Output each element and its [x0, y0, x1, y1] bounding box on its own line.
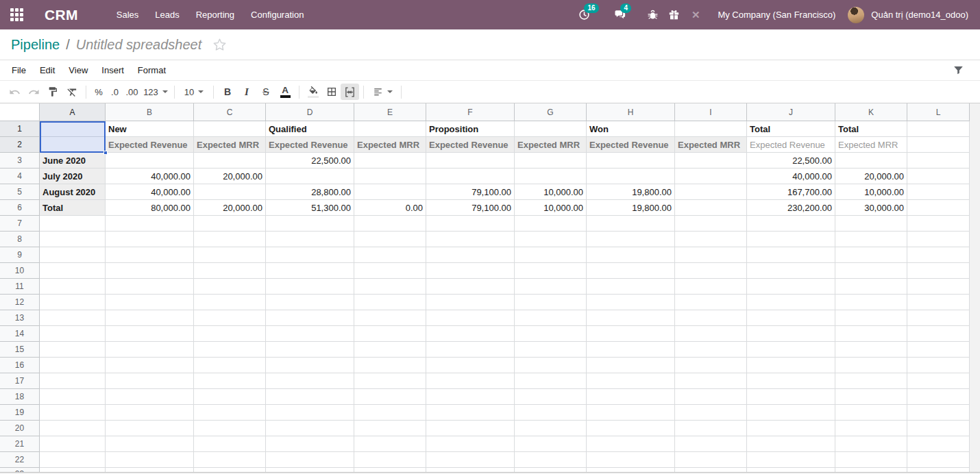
- cell-A7[interactable]: [40, 216, 106, 232]
- cell-A22[interactable]: [40, 452, 106, 468]
- cell-G20[interactable]: [515, 421, 587, 436]
- cell-K12[interactable]: [835, 295, 907, 310]
- text-color-button[interactable]: A: [275, 84, 295, 100]
- favorite-star-icon[interactable]: [212, 37, 228, 53]
- cell-J15[interactable]: [747, 342, 835, 358]
- borders-button[interactable]: [322, 84, 341, 100]
- cell-G21[interactable]: [515, 436, 587, 452]
- cell-I2[interactable]: Expected MRR: [675, 137, 747, 153]
- row-header-6[interactable]: 6: [0, 200, 40, 216]
- cell-B20[interactable]: [106, 421, 194, 436]
- cell-H9[interactable]: [587, 247, 675, 263]
- gift-icon[interactable]: [667, 8, 681, 22]
- row-header-18[interactable]: 18: [0, 389, 40, 405]
- row-header-15[interactable]: 15: [0, 342, 40, 358]
- cell-C5[interactable]: [194, 184, 266, 200]
- messages-icon[interactable]: 4: [613, 8, 627, 22]
- cell-A10[interactable]: [40, 263, 106, 279]
- cell-J3[interactable]: 22,500.00: [747, 153, 835, 169]
- cell-J19[interactable]: [747, 405, 835, 421]
- cell-B21[interactable]: [106, 436, 194, 452]
- cell-F18[interactable]: [426, 389, 515, 405]
- user-menu[interactable]: Quản trị (demo14_odoo): [871, 10, 968, 20]
- cell-K2[interactable]: Expected MRR: [835, 137, 907, 153]
- cell-A5[interactable]: August 2020: [40, 184, 106, 200]
- cell-A4[interactable]: July 2020: [40, 169, 106, 184]
- column-header-I[interactable]: I: [675, 103, 747, 121]
- cell-F15[interactable]: [426, 342, 515, 358]
- cell-K5[interactable]: 10,000.00: [835, 184, 907, 200]
- cell-F16[interactable]: [426, 358, 515, 373]
- cell-J8[interactable]: [747, 232, 835, 247]
- menu-insert[interactable]: Insert: [95, 60, 131, 81]
- cell-K15[interactable]: [835, 342, 907, 358]
- cell-D14[interactable]: [266, 326, 354, 342]
- cell-H5[interactable]: 19,800.00: [587, 184, 675, 200]
- cell-K18[interactable]: [835, 389, 907, 405]
- cell-K20[interactable]: [835, 421, 907, 436]
- decrease-decimal-button[interactable]: .0: [107, 84, 123, 100]
- cell-F20[interactable]: [426, 421, 515, 436]
- cell-I5[interactable]: [675, 184, 747, 200]
- app-title[interactable]: CRM: [45, 7, 78, 23]
- menu-format[interactable]: Format: [131, 60, 173, 81]
- cell-I3[interactable]: [675, 153, 747, 169]
- cell-A12[interactable]: [40, 295, 106, 310]
- cell-G4[interactable]: [515, 169, 587, 184]
- cell-I11[interactable]: [675, 279, 747, 295]
- cell-D11[interactable]: [266, 279, 354, 295]
- cell-G13[interactable]: [515, 310, 587, 326]
- row-header-4[interactable]: 4: [0, 169, 40, 184]
- fill-color-button[interactable]: [304, 84, 322, 100]
- cell-F10[interactable]: [426, 263, 515, 279]
- cell-B6[interactable]: 80,000.00: [106, 200, 194, 216]
- cell-H8[interactable]: [587, 232, 675, 247]
- cell-G6[interactable]: 10,000.00: [515, 200, 587, 216]
- cell-B16[interactable]: [106, 358, 194, 373]
- cell-I7[interactable]: [675, 216, 747, 232]
- cell-F5[interactable]: 79,100.00: [426, 184, 515, 200]
- cell-G15[interactable]: [515, 342, 587, 358]
- apps-grid-icon[interactable]: [10, 8, 23, 21]
- cell-I21[interactable]: [675, 436, 747, 452]
- cell-J5[interactable]: 167,700.00: [747, 184, 835, 200]
- cell-H7[interactable]: [587, 216, 675, 232]
- cell-G16[interactable]: [515, 358, 587, 373]
- filter-icon[interactable]: [952, 64, 965, 79]
- cell-J6[interactable]: 230,200.00: [747, 200, 835, 216]
- cell-K14[interactable]: [835, 326, 907, 342]
- cell-B15[interactable]: [106, 342, 194, 358]
- cell-J21[interactable]: [747, 436, 835, 452]
- cell-F22[interactable]: [426, 452, 515, 468]
- cell-D21[interactable]: [266, 436, 354, 452]
- row-header-3[interactable]: 3: [0, 153, 40, 169]
- cell-L4[interactable]: [907, 169, 970, 184]
- cell-A6[interactable]: Total: [40, 200, 106, 216]
- merge-cells-button[interactable]: [341, 84, 359, 100]
- cell-B19[interactable]: [106, 405, 194, 421]
- cell-B17[interactable]: [106, 373, 194, 389]
- row-header-12[interactable]: 12: [0, 295, 40, 310]
- cell-E14[interactable]: [354, 326, 426, 342]
- cell-E17[interactable]: [354, 373, 426, 389]
- cell-G7[interactable]: [515, 216, 587, 232]
- cell-E3[interactable]: [354, 153, 426, 169]
- cell-H11[interactable]: [587, 279, 675, 295]
- cell-B2[interactable]: Expected Revenue: [106, 137, 194, 153]
- user-avatar[interactable]: [848, 7, 864, 23]
- cell-D7[interactable]: [266, 216, 354, 232]
- cell-E13[interactable]: [354, 310, 426, 326]
- cell-G22[interactable]: [515, 452, 587, 468]
- cell-C13[interactable]: [194, 310, 266, 326]
- cell-I4[interactable]: [675, 169, 747, 184]
- grid-corner[interactable]: [0, 103, 40, 121]
- cell-J2[interactable]: Expected Revenue: [747, 137, 835, 153]
- cell-L5[interactable]: [907, 184, 970, 200]
- cell-F3[interactable]: [426, 153, 515, 169]
- cell-B22[interactable]: [106, 452, 194, 468]
- cell-G19[interactable]: [515, 405, 587, 421]
- cell-J20[interactable]: [747, 421, 835, 436]
- spreadsheet-grid[interactable]: ABCDEFGHIJKL1234567891011121314151617181…: [0, 103, 970, 474]
- cell-J17[interactable]: [747, 373, 835, 389]
- row-header-8[interactable]: 8: [0, 232, 40, 247]
